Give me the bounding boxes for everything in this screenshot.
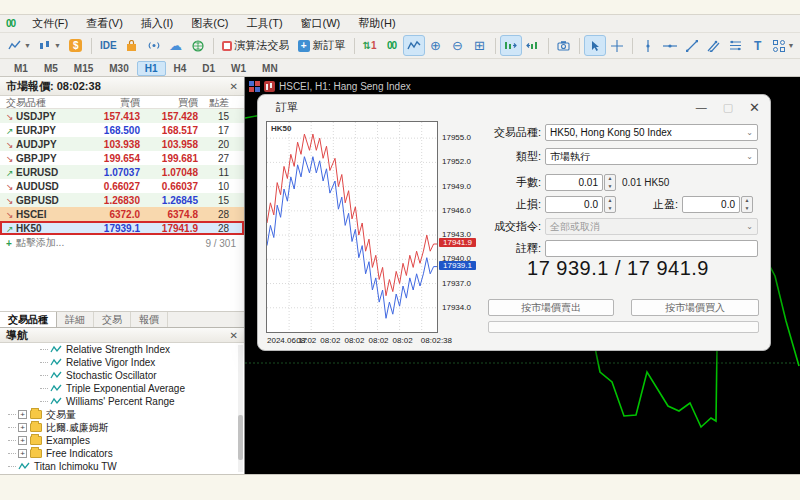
tree-item-relative-strength-index[interactable]: Relative Strength Index xyxy=(0,343,244,356)
tree-item-relative-vigor-index[interactable]: Relative Vigor Index xyxy=(0,356,244,369)
table-row-audusd[interactable]: ↘AUDUSD0.660270.6603710 xyxy=(0,179,244,193)
symbol-select[interactable]: HK50, Hong Kong 50 Index ⌄ xyxy=(545,124,758,141)
table-row-eurjpy[interactable]: ↗EURJPY168.500168.51717 xyxy=(0,123,244,137)
table-row-gbpusd[interactable]: ↘GBPUSD1.268301.2684515 xyxy=(0,193,244,207)
timeframe-h1[interactable]: H1 xyxy=(137,61,166,76)
chart-mode-button[interactable]: ▼ xyxy=(35,35,65,56)
menu-item[interactable]: 查看(V) xyxy=(77,15,132,32)
sell-by-market-button[interactable]: 按市場價賣出 xyxy=(488,299,614,316)
buy-by-market-button[interactable]: 按市場價買入 xyxy=(631,299,759,316)
close-icon[interactable]: ✕ xyxy=(230,330,238,341)
market-button[interactable] xyxy=(121,35,143,56)
screenshot-button[interactable] xyxy=(553,35,575,56)
symbol-value: HK50, Hong Kong 50 Index xyxy=(550,127,672,138)
timeframe-bar: M1M5M15M30H1H4D1W1MN xyxy=(0,60,800,77)
depth-of-market-button[interactable]: ⇅1 xyxy=(359,35,381,56)
timeframe-m5[interactable]: M5 xyxy=(36,61,66,76)
vps-button[interactable] xyxy=(187,35,209,56)
tree-item-stochastic-oscillator[interactable]: Stochastic Oscillator xyxy=(0,369,244,382)
new-order-button[interactable]: + 新訂單 xyxy=(294,35,350,56)
tab-報價[interactable]: 報價 xyxy=(131,312,168,327)
menu-item[interactable]: 工具(T) xyxy=(238,15,292,32)
tab-詳細[interactable]: 詳細 xyxy=(57,312,94,327)
stepper-up-icon[interactable]: ▲ xyxy=(742,197,752,205)
tile-windows-button[interactable]: ⊞ xyxy=(469,35,491,56)
volume-stepper[interactable]: ▲▼ xyxy=(604,174,616,191)
navigator-scrollbar[interactable] xyxy=(238,345,243,472)
menu-item[interactable]: 图表(C) xyxy=(182,15,237,32)
text-tool-button[interactable]: T xyxy=(747,35,769,56)
scrollbar-thumb[interactable] xyxy=(238,415,243,460)
bid-ask-price-display: 17 939.1 / 17 941.9 xyxy=(470,257,766,280)
tree-item-titan-ichimoku-tw[interactable]: Titan Ichimoku TW xyxy=(0,460,244,473)
quotes-button[interactable]: $ xyxy=(65,35,87,56)
tree-item--[interactable]: +比爾.威廉姆斯 xyxy=(0,421,244,434)
zoom-out-button[interactable]: ⊖ xyxy=(447,35,469,56)
stepper-down-icon[interactable]: ▼ xyxy=(742,205,752,213)
tab-交易[interactable]: 交易 xyxy=(94,312,131,327)
table-row-gbpjpy[interactable]: ↘GBPJPY199.654199.68127 xyxy=(0,151,244,165)
metaeditor-button[interactable]: IDE xyxy=(96,35,121,56)
menu-item[interactable]: 文件(F) xyxy=(23,15,77,32)
auto-scroll-button[interactable] xyxy=(500,35,522,56)
expand-icon[interactable]: + xyxy=(18,410,27,419)
take-profit-stepper[interactable]: ▲▼ xyxy=(741,196,753,213)
order-type-select[interactable]: 市場執行 ⌄ xyxy=(545,148,758,165)
chart-line-type-button[interactable]: ▼ xyxy=(4,35,35,56)
algo-trading-button[interactable]: 演算法交易 xyxy=(218,35,294,56)
stepper-down-icon[interactable]: ▼ xyxy=(605,183,615,191)
stop-loss-stepper[interactable]: ▲▼ xyxy=(604,196,616,213)
mt-terminal-button[interactable]: 00 xyxy=(381,35,403,56)
table-row-usdjpy[interactable]: ↘USDJPY157.413157.42815 xyxy=(0,109,244,123)
tree-item-examples[interactable]: +Examples xyxy=(0,434,244,447)
stepper-up-icon[interactable]: ▲ xyxy=(605,175,615,183)
tree-item-triple-exponential-average[interactable]: Triple Exponential Average xyxy=(0,382,244,395)
vertical-line-button[interactable] xyxy=(637,35,659,56)
table-row-eurusd[interactable]: ↗EURUSD1.070371.0704811 xyxy=(0,165,244,179)
table-row-hk50[interactable]: ↗HK5017939.117941.928 xyxy=(0,221,244,235)
timeframe-m30[interactable]: M30 xyxy=(101,61,136,76)
tree-item-free-indicators[interactable]: +Free Indicators xyxy=(0,447,244,460)
timeframe-d1[interactable]: D1 xyxy=(194,61,223,76)
timeframe-w1[interactable]: W1 xyxy=(223,61,254,76)
column-header: 交易品種 xyxy=(0,96,92,108)
trendline-button[interactable] xyxy=(681,35,703,56)
volume-input[interactable]: 0.01 xyxy=(545,174,603,191)
menu-item[interactable]: 插入(I) xyxy=(132,15,182,32)
timeframe-h4[interactable]: H4 xyxy=(166,61,195,76)
chart-shift-button[interactable] xyxy=(522,35,544,56)
stepper-down-icon[interactable]: ▼ xyxy=(605,205,615,213)
expand-icon[interactable]: + xyxy=(18,449,27,458)
timeframe-m1[interactable]: M1 xyxy=(6,61,36,76)
spread-cell: 15 xyxy=(198,195,229,206)
comment-input[interactable] xyxy=(545,240,758,257)
table-row-audjpy[interactable]: ↘AUDJPY103.938103.95820 xyxy=(0,137,244,151)
cursor-button[interactable] xyxy=(584,35,606,56)
symbol-cell: ↗EURUSD xyxy=(0,167,92,178)
close-icon[interactable]: ✕ xyxy=(230,81,238,92)
add-symbol-row[interactable]: + 點擊添加... 9 / 301 xyxy=(0,236,244,250)
horizontal-line-button[interactable] xyxy=(659,35,681,56)
cloud-button[interactable]: ☁ xyxy=(165,35,187,56)
table-row-hscei[interactable]: ↘HSCEI6372.06374.828 xyxy=(0,207,244,221)
timeframe-mn[interactable]: MN xyxy=(254,61,286,76)
tree-item-williams-percent-range[interactable]: Williams' Percent Range xyxy=(0,395,244,408)
menu-item[interactable]: 帮助(H) xyxy=(349,15,404,32)
signals-button[interactable] xyxy=(143,35,165,56)
volume-hint: 0.01 HK50 xyxy=(622,177,669,188)
take-profit-input[interactable]: 0.0 xyxy=(682,196,740,213)
tree-item--[interactable]: +交易量 xyxy=(0,408,244,421)
stop-loss-input[interactable]: 0.0 xyxy=(545,196,603,213)
fibonacci-button[interactable] xyxy=(725,35,747,56)
menu-item[interactable]: 窗口(W) xyxy=(292,15,350,32)
shapes-button[interactable]: ▼ xyxy=(769,35,799,56)
tick-chart-button[interactable] xyxy=(403,35,425,56)
crosshair-button[interactable] xyxy=(606,35,628,56)
timeframe-m15[interactable]: M15 xyxy=(66,61,101,76)
channel-button[interactable] xyxy=(703,35,725,56)
zoom-in-button[interactable]: ⊕ xyxy=(425,35,447,56)
expand-icon[interactable]: + xyxy=(18,436,27,445)
expand-icon[interactable]: + xyxy=(18,423,27,432)
stepper-up-icon[interactable]: ▲ xyxy=(605,197,615,205)
tab-交易品種[interactable]: 交易品種 xyxy=(0,312,57,327)
